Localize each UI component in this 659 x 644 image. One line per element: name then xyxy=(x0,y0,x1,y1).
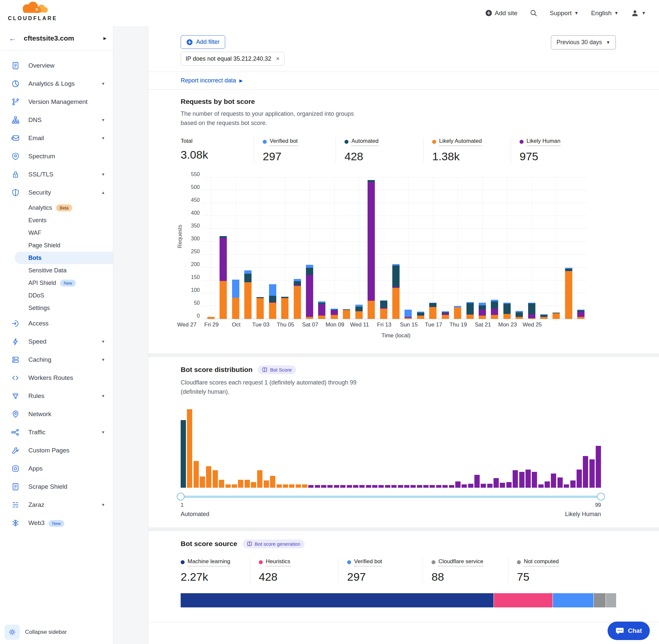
new-badge: New xyxy=(48,520,64,527)
sidebar-item-bots[interactable]: Bots xyxy=(15,252,113,264)
stat-label[interactable]: Verified bot xyxy=(270,138,298,146)
chat-button[interactable]: Chat xyxy=(608,622,650,640)
histogram-bar-likely-human xyxy=(334,485,339,487)
bar-segment-likely-automated xyxy=(207,317,215,319)
beta-badge: Beta xyxy=(56,204,72,211)
collapse-sidebar-button[interactable]: Collapse sidebar xyxy=(25,629,67,636)
bar-segment-verified-bot xyxy=(442,311,449,312)
bot-score-generation-badge[interactable]: Bot score generation xyxy=(243,539,305,548)
quick-settings-button[interactable] xyxy=(5,624,20,640)
add-site-button[interactable]: Add site xyxy=(485,9,518,17)
histogram-bar-likely-human xyxy=(436,485,442,487)
sidebar-item-ssl-tls[interactable]: SSL/TLS▼ xyxy=(0,165,113,183)
slider-track[interactable] xyxy=(181,496,601,498)
sidebar-item-scrape-shield[interactable]: Scrape Shield xyxy=(0,478,113,496)
report-incorrect-data-link[interactable]: Report incorrect data ▶ xyxy=(181,77,243,84)
add-filter-button[interactable]: Add filter xyxy=(181,35,225,49)
slider-handle-max[interactable] xyxy=(597,493,605,501)
stat-label[interactable]: Likely Automated xyxy=(439,138,481,146)
sidebar-item-analytics-logs[interactable]: Analytics & Logs▼ xyxy=(0,74,113,93)
stat-label[interactable]: Automated xyxy=(351,138,378,146)
x-tick-label: Wed 25 xyxy=(522,322,542,328)
sidebar-item-sensitive-data[interactable]: Sensitive Data xyxy=(0,264,113,277)
stacked-bar xyxy=(540,314,547,319)
sidebar-item-api-shield[interactable]: API ShieldNew xyxy=(0,277,113,289)
stat-label[interactable]: Verified bot xyxy=(354,558,382,567)
score-range-slider[interactable] xyxy=(181,492,601,501)
close-icon[interactable]: × xyxy=(276,55,280,62)
bar-segment-verified-bot xyxy=(491,300,498,301)
sidebar-item-settings[interactable]: Settings xyxy=(0,302,113,314)
bot-score-docs-badge[interactable]: Bot Score xyxy=(258,365,296,374)
histogram-bar-likely-human xyxy=(589,459,595,488)
search-button[interactable] xyxy=(530,9,537,17)
x-tick-label: Mon 09 xyxy=(325,322,344,328)
sidebar-item-ddos[interactable]: DDoS xyxy=(0,289,113,302)
bar-segment-likely-human xyxy=(491,309,498,315)
bar-segment-likely-human xyxy=(528,314,535,318)
dns-icon xyxy=(11,116,20,124)
y-tick-label: 200 xyxy=(191,261,200,268)
bar-segment-likely-automated xyxy=(467,315,474,319)
card-divider xyxy=(148,528,659,531)
y-tick-label: 400 xyxy=(191,210,200,216)
back-arrow-icon[interactable]: ← xyxy=(8,33,17,43)
new-badge: New xyxy=(60,280,76,286)
chevron-right-icon[interactable]: ▶ xyxy=(103,36,107,41)
language-menu[interactable]: English ▼ xyxy=(591,9,618,17)
sidebar-item-dns[interactable]: DNS▼ xyxy=(0,111,113,129)
sidebar-item-workers-routes[interactable]: Workers Routes xyxy=(0,369,113,387)
stat-label[interactable]: Cloudflare service xyxy=(439,558,483,567)
gridline xyxy=(433,178,433,319)
sidebar-item-overview[interactable]: Overview xyxy=(0,56,113,74)
histogram-bar-likely-automated xyxy=(187,409,192,488)
bar-segment-automated xyxy=(479,305,486,309)
sidebar-item-version-management[interactable]: Version Management xyxy=(0,93,113,111)
sidebar-item-zaraz[interactable]: Zaraz▼ xyxy=(0,496,113,514)
sidebar-item-access[interactable]: Access xyxy=(0,314,113,332)
sidebar-item-traffic[interactable]: Traffic▼ xyxy=(0,423,113,441)
sidebar-item-speed[interactable]: Speed▼ xyxy=(0,332,113,350)
stat-label[interactable]: Likely Human xyxy=(526,138,560,146)
sidebar-item-rules[interactable]: Rules▼ xyxy=(0,387,113,405)
brand-wordmark: CLOUDFLARE xyxy=(8,16,57,21)
filter-chip[interactable]: IP does not equal 35.212.240.32 × xyxy=(181,52,284,66)
x-tick xyxy=(260,319,260,321)
bar-segment-likely-automated xyxy=(404,318,412,319)
sidebar-item-email[interactable]: Email▼ xyxy=(0,129,113,147)
email-icon xyxy=(11,134,20,142)
cloudflare-logo[interactable]: CLOUDFLARE xyxy=(8,1,57,21)
account-menu[interactable]: ▼ xyxy=(631,9,646,17)
sidebar-item-custom-pages[interactable]: Custom Pages xyxy=(0,441,113,459)
sidebar-footer: Collapse sidebar xyxy=(0,620,113,644)
stacked-bar xyxy=(232,280,239,319)
support-menu[interactable]: Support ▼ xyxy=(550,9,579,17)
x-axis-title: Time (local) xyxy=(205,332,587,339)
stat-label[interactable]: Machine learning xyxy=(188,558,230,567)
sidebar-item-spectrum[interactable]: Spectrum xyxy=(0,147,113,165)
sidebar-item-analytics[interactable]: AnalyticsBeta xyxy=(0,202,113,214)
stacked-bar xyxy=(577,309,585,319)
slider-handle-min[interactable] xyxy=(177,493,185,501)
sidebar-item-page-shield[interactable]: Page Shield xyxy=(0,239,113,252)
x-tick-label: Sun 15 xyxy=(400,322,418,328)
histogram-bar-likely-human xyxy=(378,485,384,487)
stat-likely-automated: Likely Automated1.38k xyxy=(423,138,511,163)
stat-verified-bot: Verified bot297 xyxy=(254,138,336,163)
sidebar-item-caching[interactable]: Caching▼ xyxy=(0,350,113,369)
zaraz-icon xyxy=(11,501,20,509)
sidebar-item-security[interactable]: Security▲ xyxy=(0,183,113,202)
sidebar-item-waf[interactable]: WAF xyxy=(0,227,113,239)
sidebar-item-network[interactable]: Network xyxy=(0,405,113,423)
bar-segment-likely-automated xyxy=(318,316,325,319)
sidebar-item-web3[interactable]: Web3New xyxy=(0,514,113,532)
stat-machine-learning: Machine learning2.27k xyxy=(181,558,250,583)
histogram-bar-likely-automated xyxy=(206,466,211,487)
stacked-bar xyxy=(331,309,338,319)
stat-label[interactable]: Heuristics xyxy=(266,558,290,567)
sidebar-item-apps[interactable]: Apps xyxy=(0,459,113,478)
sidebar-item-events[interactable]: Events xyxy=(0,214,113,227)
histogram-bar-likely-human xyxy=(525,469,531,488)
date-range-select[interactable]: Previous 30 days ▼ xyxy=(551,35,616,49)
stat-label[interactable]: Not computed xyxy=(524,558,559,567)
